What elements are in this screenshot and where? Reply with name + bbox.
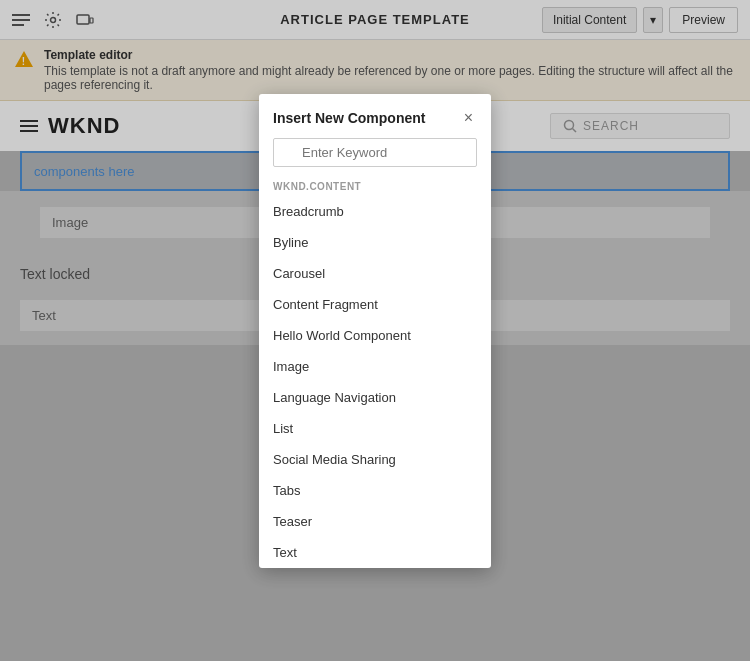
list-item-image[interactable]: Image	[259, 351, 491, 382]
modal-search-wrap	[259, 138, 491, 177]
list-item-teaser[interactable]: Teaser	[259, 506, 491, 537]
modal-overlay: Insert New Component × WKND.CONTENT Brea…	[0, 0, 750, 661]
component-list: Breadcrumb Byline Carousel Content Fragm…	[259, 196, 491, 568]
list-item-social-media-sharing[interactable]: Social Media Sharing	[259, 444, 491, 475]
list-item-carousel[interactable]: Carousel	[259, 258, 491, 289]
insert-component-modal: Insert New Component × WKND.CONTENT Brea…	[259, 94, 491, 568]
modal-section-label: WKND.CONTENT	[259, 177, 491, 196]
list-item-language-navigation[interactable]: Language Navigation	[259, 382, 491, 413]
keyword-search-input[interactable]	[273, 138, 477, 167]
modal-title: Insert New Component	[273, 110, 425, 126]
list-item-tabs[interactable]: Tabs	[259, 475, 491, 506]
modal-header: Insert New Component ×	[259, 94, 491, 138]
list-item-list[interactable]: List	[259, 413, 491, 444]
modal-close-button[interactable]: ×	[460, 108, 477, 128]
list-item-hello-world[interactable]: Hello World Component	[259, 320, 491, 351]
list-item-breadcrumb[interactable]: Breadcrumb	[259, 196, 491, 227]
list-item-byline[interactable]: Byline	[259, 227, 491, 258]
list-item-content-fragment[interactable]: Content Fragment	[259, 289, 491, 320]
modal-search-input-wrap	[273, 138, 477, 167]
list-item-text[interactable]: Text	[259, 537, 491, 568]
